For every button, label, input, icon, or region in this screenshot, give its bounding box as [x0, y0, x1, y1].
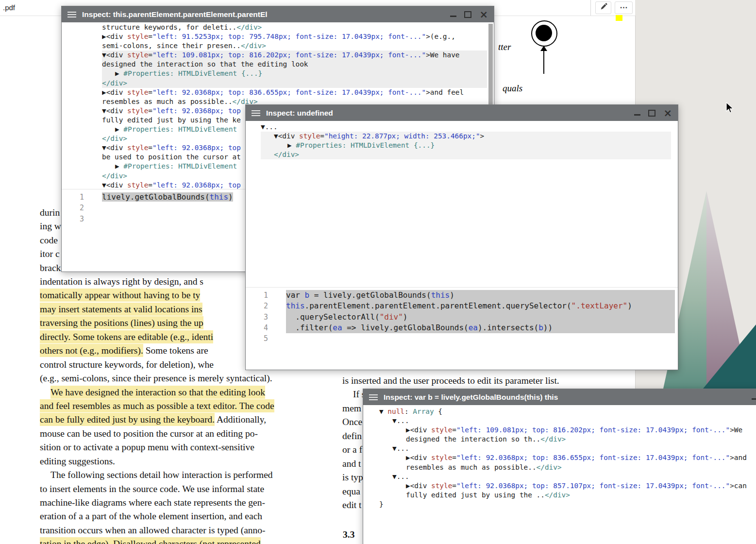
maximize-icon[interactable] — [648, 110, 655, 117]
dom-tree-panel: ▼ null: Array {▼...▶<div style="left: 10… — [363, 405, 756, 544]
pdf-text-line: machine-like diagrams where each state r… — [40, 496, 331, 510]
edge-label-bottom: quals — [503, 83, 522, 94]
code-row[interactable]: 5 — [246, 333, 678, 344]
arrow-line — [543, 51, 544, 74]
line-number: 3 — [246, 312, 273, 323]
state-circle-inner — [536, 25, 552, 41]
edge-label-top: tter — [498, 42, 511, 52]
tree-row[interactable]: semi-colons, since their presen..</div> — [102, 41, 487, 51]
window-titlebar[interactable]: Inspect: undefined × — [246, 105, 678, 121]
code-row[interactable]: 4 .filter(ea => lively.getGlobalBounds(e… — [246, 323, 678, 333]
line-number: 3 — [62, 214, 89, 224]
code-row[interactable]: 3 .querySelectorAll("div") — [246, 312, 678, 323]
pencil-icon — [599, 2, 608, 13]
tree-row[interactable]: ▶ #Properties: HTMLDivElement {...} — [102, 69, 487, 78]
ellipsis-icon: … — [620, 1, 628, 11]
line-number: 2 — [62, 203, 89, 213]
pdf-text-line: (e.g., semi-colons, since their presence… — [40, 372, 331, 385]
window-menu-icon[interactable] — [67, 12, 76, 17]
arrow-head-icon — [540, 46, 547, 51]
window-menu-icon[interactable] — [252, 110, 260, 116]
tree-row[interactable]: } — [379, 500, 756, 509]
close-icon[interactable]: × — [663, 109, 672, 118]
tree-row[interactable]: </div> — [102, 79, 487, 88]
line-number: 1 — [62, 192, 89, 203]
code-line[interactable]: var b = lively.getGlobalBounds(this) — [286, 290, 675, 301]
pdf-text-line: transition occurs when an allowed charac… — [40, 524, 331, 537]
mouse-cursor — [725, 102, 736, 116]
tree-row[interactable]: designed the interaction so that the edi… — [102, 60, 487, 69]
line-number: 4 — [246, 323, 273, 333]
line-number: 2 — [246, 301, 273, 311]
tree-row[interactable]: </div> — [261, 150, 671, 159]
tree-row[interactable]: ▶ #Properties: HTMLDivElement {...} — [261, 141, 671, 150]
line-number: 1 — [246, 290, 273, 301]
tree-row[interactable]: designed the interaction so th..</div> — [379, 435, 756, 444]
minimize-icon[interactable] — [634, 114, 640, 116]
code-line[interactable]: .querySelectorAll("div") — [286, 312, 675, 323]
section-number: 3.3 — [343, 529, 354, 540]
line-number: 5 — [246, 333, 273, 344]
minimize-icon[interactable] — [752, 398, 756, 400]
close-icon[interactable]: × — [479, 10, 488, 19]
tree-row[interactable]: ▶<div style="left: 92.0368px; top: 836.6… — [379, 453, 756, 462]
window-title: Inspect: this.parentElement.parentElemen… — [82, 10, 444, 19]
minimize-icon[interactable] — [450, 16, 456, 17]
pdf-text-line: to insert elements in the source code. W… — [40, 482, 331, 496]
yellow-marker — [616, 15, 622, 21]
inspector-window-2: Inspect: undefined × ▼...▼<div style="he… — [245, 104, 678, 370]
code-line[interactable]: .filter(ea => lively.getGlobalBounds(ea)… — [286, 323, 675, 333]
tree-row[interactable]: ▼... — [379, 416, 756, 425]
pdf-text-line: editing suggestions. — [40, 455, 331, 468]
tree-row[interactable]: fully edited just by using the ..</div> — [379, 491, 756, 500]
code-editor[interactable]: 1var b = lively.getGlobalBounds(this)2th… — [246, 287, 678, 371]
tree-row[interactable]: ▼... — [379, 472, 756, 481]
tree-row[interactable]: ▼... — [261, 122, 671, 132]
inspector-window-3: Inspect: var b = lively.getGlobalBounds(… — [363, 389, 756, 544]
code-row[interactable]: 1var b = lively.getGlobalBounds(this) — [246, 290, 678, 301]
window-titlebar[interactable]: Inspect: this.parentElement.parentElemen… — [62, 6, 494, 22]
window-titlebar[interactable]: Inspect: var b = lively.getGlobalBounds(… — [363, 389, 756, 405]
pdf-filename: .pdf — [3, 3, 15, 12]
code-line[interactable]: lively.getGlobalBounds(this) — [102, 192, 233, 202]
tree-row[interactable]: ▼<div style="left: 109.081px; top: 816.2… — [102, 51, 487, 60]
dom-tree-panel: ▼...▼<div style="height: 22.877px; width… — [246, 121, 678, 287]
pdf-text-line: tation in the edge). Disallowed characte… — [40, 537, 331, 544]
tree-row[interactable]: ▼<div style="height: 22.877px; width: 25… — [261, 132, 671, 141]
scrollbar-thumb[interactable] — [488, 24, 493, 106]
tree-row[interactable]: resembles as much as possible..</div> — [379, 463, 756, 472]
window-title: Inspect: undefined — [266, 109, 628, 118]
pdf-text-line: is inserted and the user proceeds to edi… — [342, 374, 624, 388]
pdf-text-line: We have designed the interaction so that… — [40, 386, 331, 399]
toolbar-divider — [590, 0, 591, 16]
code-row[interactable]: 2this.parentElement.parentElement.parent… — [246, 301, 678, 311]
tree-row[interactable]: ▶<div style="left: 109.081px; top: 816.2… — [379, 425, 756, 435]
code-line[interactable]: this.parentElement.parentElement.parentE… — [286, 301, 675, 311]
pdf-text-line: and feel resembles as much as possible a… — [40, 399, 331, 413]
pdf-text-line: sition or to activate a popup menu with … — [40, 441, 331, 454]
pdf-text-line: eration of a a part of the whole element… — [40, 510, 331, 523]
tree-row[interactable]: ▶<div style="left: 92.0368px; top: 857.1… — [379, 481, 756, 491]
pdf-text-line: can be fully edited just by using the ke… — [40, 413, 331, 426]
tree-row[interactable]: ▼ null: Array { — [379, 407, 756, 416]
edit-button[interactable] — [595, 1, 611, 14]
tree-row[interactable]: ▼... — [379, 444, 756, 453]
window-title: Inspect: var b = lively.getGlobalBounds(… — [384, 393, 746, 402]
tree-row[interactable]: ▶<div style="left: 91.5253px; top: 795.7… — [102, 32, 487, 41]
tree-row[interactable]: structure keywords, for deleti..</div> — [102, 23, 487, 32]
pdf-text-line: mouse can be used to position the cursor… — [40, 427, 331, 441]
tree-row[interactable]: ▶<div style="left: 92.0368px; top: 836.6… — [102, 88, 487, 97]
window-menu-icon[interactable] — [369, 394, 378, 400]
more-options-button[interactable]: … — [615, 1, 633, 14]
pdf-text-line: The following sections detail how intera… — [40, 468, 331, 482]
maximize-icon[interactable] — [464, 11, 471, 18]
